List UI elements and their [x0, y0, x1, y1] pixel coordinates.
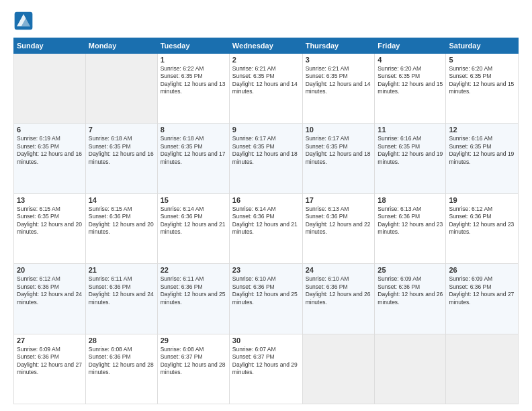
- day-number: 29: [161, 336, 226, 345]
- day-number: 13: [17, 196, 83, 204]
- day-cell: 13Sunrise: 6:15 AM Sunset: 6:35 PM Dayli…: [14, 193, 86, 263]
- day-number: 28: [89, 336, 154, 345]
- day-info: Sunrise: 6:17 AM Sunset: 6:35 PM Dayligh…: [306, 135, 372, 166]
- day-info: Sunrise: 6:18 AM Sunset: 6:35 PM Dayligh…: [161, 135, 226, 166]
- weekday-header-wednesday: Wednesday: [229, 38, 302, 54]
- day-cell: 28Sunrise: 6:08 AM Sunset: 6:36 PM Dayli…: [85, 334, 157, 404]
- day-info: Sunrise: 6:10 AM Sunset: 6:36 PM Dayligh…: [232, 275, 300, 306]
- day-info: Sunrise: 6:09 AM Sunset: 6:36 PM Dayligh…: [378, 275, 443, 306]
- day-info: Sunrise: 6:21 AM Sunset: 6:35 PM Dayligh…: [306, 65, 372, 96]
- day-number: 4: [378, 56, 443, 64]
- day-number: 18: [378, 196, 443, 204]
- week-row-3: 13Sunrise: 6:15 AM Sunset: 6:35 PM Dayli…: [14, 193, 519, 263]
- day-cell: [14, 54, 86, 124]
- day-number: 1: [161, 56, 226, 64]
- day-cell: [375, 334, 446, 404]
- day-cell: 3Sunrise: 6:21 AM Sunset: 6:35 PM Daylig…: [302, 54, 375, 124]
- weekday-header-monday: Monday: [85, 38, 157, 54]
- day-info: Sunrise: 6:21 AM Sunset: 6:35 PM Dayligh…: [232, 65, 300, 96]
- week-row-4: 20Sunrise: 6:12 AM Sunset: 6:36 PM Dayli…: [14, 264, 519, 334]
- day-info: Sunrise: 6:15 AM Sunset: 6:36 PM Dayligh…: [89, 205, 154, 236]
- week-row-5: 27Sunrise: 6:09 AM Sunset: 6:36 PM Dayli…: [14, 334, 519, 404]
- day-number: 24: [306, 266, 372, 274]
- day-number: 27: [17, 336, 83, 345]
- week-row-1: 1Sunrise: 6:22 AM Sunset: 6:35 PM Daylig…: [14, 54, 519, 124]
- day-cell: [446, 334, 519, 404]
- day-number: 21: [89, 266, 154, 274]
- day-number: 5: [449, 56, 515, 64]
- day-info: Sunrise: 6:18 AM Sunset: 6:35 PM Dayligh…: [89, 135, 154, 166]
- day-info: Sunrise: 6:08 AM Sunset: 6:37 PM Dayligh…: [161, 346, 226, 377]
- day-cell: 27Sunrise: 6:09 AM Sunset: 6:36 PM Dayli…: [14, 334, 86, 404]
- day-number: 10: [306, 126, 372, 134]
- day-cell: 7Sunrise: 6:18 AM Sunset: 6:35 PM Daylig…: [85, 124, 157, 193]
- day-number: 9: [232, 126, 300, 134]
- day-number: 6: [17, 126, 83, 134]
- day-cell: 21Sunrise: 6:11 AM Sunset: 6:36 PM Dayli…: [85, 264, 157, 334]
- day-info: Sunrise: 6:12 AM Sunset: 6:36 PM Dayligh…: [449, 205, 515, 236]
- day-info: Sunrise: 6:10 AM Sunset: 6:36 PM Dayligh…: [306, 275, 372, 306]
- day-cell: 6Sunrise: 6:19 AM Sunset: 6:35 PM Daylig…: [14, 124, 86, 193]
- logo-icon: [13, 11, 34, 31]
- day-info: Sunrise: 6:14 AM Sunset: 6:36 PM Dayligh…: [232, 205, 300, 236]
- calendar-table: SundayMondayTuesdayWednesdayThursdayFrid…: [13, 38, 519, 404]
- week-row-2: 6Sunrise: 6:19 AM Sunset: 6:35 PM Daylig…: [14, 124, 519, 193]
- day-info: Sunrise: 6:11 AM Sunset: 6:36 PM Dayligh…: [161, 275, 226, 306]
- day-cell: 20Sunrise: 6:12 AM Sunset: 6:36 PM Dayli…: [14, 264, 86, 334]
- day-cell: 2Sunrise: 6:21 AM Sunset: 6:35 PM Daylig…: [229, 54, 302, 124]
- day-cell: 17Sunrise: 6:13 AM Sunset: 6:36 PM Dayli…: [302, 193, 375, 263]
- day-cell: 10Sunrise: 6:17 AM Sunset: 6:35 PM Dayli…: [302, 124, 375, 193]
- day-cell: 5Sunrise: 6:20 AM Sunset: 6:35 PM Daylig…: [446, 54, 519, 124]
- weekday-header-row: SundayMondayTuesdayWednesdayThursdayFrid…: [14, 38, 519, 54]
- day-number: 17: [306, 196, 372, 204]
- day-number: 20: [17, 266, 83, 274]
- day-number: 19: [449, 196, 515, 204]
- day-cell: [302, 334, 375, 404]
- day-cell: 9Sunrise: 6:17 AM Sunset: 6:35 PM Daylig…: [229, 124, 302, 193]
- day-number: 26: [449, 266, 515, 274]
- weekday-header-friday: Friday: [375, 38, 446, 54]
- day-info: Sunrise: 6:20 AM Sunset: 6:35 PM Dayligh…: [449, 65, 515, 96]
- logo: [13, 11, 36, 31]
- day-number: 15: [161, 196, 226, 204]
- day-info: Sunrise: 6:22 AM Sunset: 6:35 PM Dayligh…: [161, 65, 226, 96]
- day-cell: [85, 54, 157, 124]
- day-number: 25: [378, 266, 443, 274]
- day-cell: 18Sunrise: 6:13 AM Sunset: 6:36 PM Dayli…: [375, 193, 446, 263]
- weekday-header-tuesday: Tuesday: [157, 38, 229, 54]
- day-number: 2: [232, 56, 300, 64]
- day-cell: 4Sunrise: 6:20 AM Sunset: 6:35 PM Daylig…: [375, 54, 446, 124]
- day-number: 11: [378, 126, 443, 134]
- day-info: Sunrise: 6:14 AM Sunset: 6:36 PM Dayligh…: [161, 205, 226, 236]
- day-info: Sunrise: 6:16 AM Sunset: 6:35 PM Dayligh…: [449, 135, 515, 166]
- day-number: 12: [449, 126, 515, 134]
- day-cell: 1Sunrise: 6:22 AM Sunset: 6:35 PM Daylig…: [157, 54, 229, 124]
- day-info: Sunrise: 6:13 AM Sunset: 6:36 PM Dayligh…: [378, 205, 443, 236]
- day-cell: 22Sunrise: 6:11 AM Sunset: 6:36 PM Dayli…: [157, 264, 229, 334]
- day-cell: 23Sunrise: 6:10 AM Sunset: 6:36 PM Dayli…: [229, 264, 302, 334]
- day-info: Sunrise: 6:13 AM Sunset: 6:36 PM Dayligh…: [306, 205, 372, 236]
- header: [13, 11, 519, 31]
- day-cell: 14Sunrise: 6:15 AM Sunset: 6:36 PM Dayli…: [85, 193, 157, 263]
- day-cell: 12Sunrise: 6:16 AM Sunset: 6:35 PM Dayli…: [446, 124, 519, 193]
- day-cell: 29Sunrise: 6:08 AM Sunset: 6:37 PM Dayli…: [157, 334, 229, 404]
- day-cell: 19Sunrise: 6:12 AM Sunset: 6:36 PM Dayli…: [446, 193, 519, 263]
- day-number: 23: [232, 266, 300, 274]
- day-info: Sunrise: 6:07 AM Sunset: 6:37 PM Dayligh…: [232, 346, 300, 377]
- day-info: Sunrise: 6:19 AM Sunset: 6:35 PM Dayligh…: [17, 135, 83, 166]
- day-info: Sunrise: 6:16 AM Sunset: 6:35 PM Dayligh…: [378, 135, 443, 166]
- day-info: Sunrise: 6:17 AM Sunset: 6:35 PM Dayligh…: [232, 135, 300, 166]
- day-info: Sunrise: 6:12 AM Sunset: 6:36 PM Dayligh…: [17, 275, 83, 306]
- day-number: 22: [161, 266, 226, 274]
- day-cell: 24Sunrise: 6:10 AM Sunset: 6:36 PM Dayli…: [302, 264, 375, 334]
- weekday-header-saturday: Saturday: [446, 38, 519, 54]
- day-info: Sunrise: 6:15 AM Sunset: 6:35 PM Dayligh…: [17, 205, 83, 236]
- day-number: 3: [306, 56, 372, 64]
- day-cell: 15Sunrise: 6:14 AM Sunset: 6:36 PM Dayli…: [157, 193, 229, 263]
- day-number: 8: [161, 126, 226, 134]
- day-number: 30: [232, 336, 300, 345]
- day-info: Sunrise: 6:09 AM Sunset: 6:36 PM Dayligh…: [449, 275, 515, 306]
- day-cell: 26Sunrise: 6:09 AM Sunset: 6:36 PM Dayli…: [446, 264, 519, 334]
- day-cell: 16Sunrise: 6:14 AM Sunset: 6:36 PM Dayli…: [229, 193, 302, 263]
- day-cell: 30Sunrise: 6:07 AM Sunset: 6:37 PM Dayli…: [229, 334, 302, 404]
